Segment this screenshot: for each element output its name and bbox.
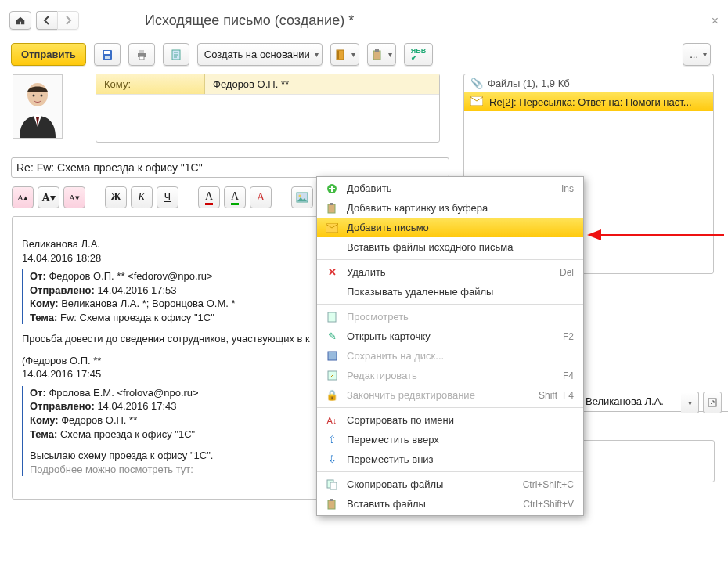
attachments-header: 📎 Файлы (1), 1,9 Кб (464, 74, 713, 92)
font-icon: A▾ (41, 191, 55, 204)
more-label: ... (690, 49, 698, 60)
clipboard-button[interactable]: ▾ (367, 43, 396, 66)
svg-rect-21 (328, 204, 335, 213)
paste2-icon (323, 499, 341, 510)
italic-button[interactable]: К (131, 186, 153, 208)
context-menu-item[interactable]: ✕УдалитьDel (317, 262, 583, 282)
context-menu-item-shortcut: Shift+F4 (539, 390, 574, 401)
create-on-basis-button[interactable]: Создать на основании ▾ (197, 43, 323, 66)
context-menu-item-label: Сохранить на диск... (341, 350, 574, 362)
context-menu-item[interactable]: ✎Открыть карточкуF2 (317, 327, 583, 346)
context-menu-item[interactable]: Скопировать файлыCtrl+Shift+C (317, 475, 583, 494)
svg-rect-10 (375, 49, 379, 52)
svg-rect-28 (330, 482, 337, 489)
avatar-icon (13, 75, 62, 138)
context-menu-item-shortcut: F4 (563, 370, 574, 381)
underline-icon: Ч (164, 191, 171, 204)
save-icon (323, 351, 341, 361)
bold-button[interactable]: Ж (105, 186, 127, 208)
address-book-button[interactable]: ▾ (330, 43, 359, 66)
select-template-button[interactable] (163, 43, 189, 66)
context-menu-item-shortcut: F2 (563, 331, 574, 342)
close-icon[interactable]: × (712, 14, 719, 28)
mail-icon (323, 223, 341, 233)
svg-rect-22 (330, 203, 333, 205)
attachment-name: Re[2]: Пересылка: Ответ на: Помоги наст.… (489, 96, 692, 108)
font-increase-button[interactable]: A▴ (12, 186, 34, 208)
template-icon (170, 49, 182, 61)
context-menu-item-label: Вставить файлы (341, 498, 523, 510)
format-bar: A▴ A▾ A▾ Ж К Ч А А А (12, 186, 341, 208)
home-icon (15, 15, 26, 26)
clear-format-icon: А (257, 191, 265, 204)
insert-image-button[interactable] (291, 186, 313, 208)
context-menu-item[interactable]: Вставить файлы исходного письма (317, 237, 583, 257)
lock-icon: 🔒 (323, 389, 341, 401)
context-menu-item-label: Переместить вверх (341, 434, 574, 446)
context-menu-item-shortcut: Ctrl+Shift+V (523, 499, 574, 510)
context-menu-separator (317, 259, 583, 260)
home-button[interactable] (9, 11, 31, 30)
attachments-context-menu: ДобавитьInsДобавить картинку из буфераДо… (316, 176, 584, 516)
context-menu-item[interactable]: А↓Сортировать по имени (317, 410, 583, 430)
edit-icon (323, 370, 341, 381)
to-value[interactable]: Федоров О.П. ** (205, 74, 439, 94)
floppy-icon (101, 49, 114, 61)
spellcheck-button[interactable]: ЯБВ✔ (404, 43, 433, 66)
to-label[interactable]: Кому: (96, 74, 205, 94)
context-menu-item[interactable]: ⇩Переместить вниз (317, 449, 583, 469)
image-icon (296, 192, 308, 203)
font-smaller-icon: A▾ (69, 193, 80, 203)
paste-icon (323, 203, 341, 214)
nav-forward-button[interactable] (57, 11, 79, 30)
more-button[interactable]: ... ▾ (683, 43, 711, 66)
context-menu-separator (317, 407, 583, 408)
chevron-down-icon: ▾ (688, 399, 692, 407)
from-open-button[interactable] (703, 392, 722, 413)
recipients-box: Кому: Федоров О.П. ** (96, 74, 440, 143)
svg-rect-30 (330, 499, 333, 501)
attachments-header-label: Файлы (1), 1,9 Кб (488, 78, 570, 89)
arrow-right-icon (63, 16, 73, 25)
font-picker-button[interactable]: A▾ (38, 186, 59, 208)
font-color-icon: А (205, 190, 213, 205)
nav-back-button[interactable] (36, 11, 57, 30)
from-dropdown-button[interactable]: ▾ (681, 392, 699, 413)
context-menu-item[interactable]: Добавить письмо (317, 218, 583, 237)
italic-icon: К (138, 191, 145, 204)
svg-point-14 (41, 95, 43, 97)
attachment-row[interactable]: Re[2]: Пересылка: Ответ на: Помоги наст.… (464, 92, 713, 111)
paperclip-icon: 📎 (470, 78, 483, 89)
context-menu-item[interactable]: ДобавитьIns (317, 179, 583, 198)
down-icon: ⇩ (323, 453, 341, 465)
x-icon: ✕ (323, 266, 341, 278)
context-menu-item[interactable]: ⇧Переместить вверх (317, 430, 583, 449)
print-button[interactable] (128, 43, 155, 66)
svg-point-16 (299, 195, 301, 197)
font-bigger-icon: A▴ (17, 193, 28, 203)
context-menu-item[interactable]: Добавить картинку из буфера (317, 198, 583, 218)
context-menu-item-label: Просмотреть (341, 311, 574, 323)
copy-icon (323, 479, 341, 490)
context-menu-item-label: Закончить редактирование (341, 389, 539, 401)
underline-button[interactable]: Ч (157, 186, 178, 208)
save-button[interactable] (94, 43, 121, 66)
subject-input[interactable]: Re: Fw: Схема проезда к офису "1С" (11, 157, 449, 178)
annotation-arrow-icon (587, 227, 728, 243)
svg-rect-1 (104, 51, 110, 54)
context-menu-item-shortcut: Ins (561, 183, 574, 194)
svg-rect-24 (328, 312, 336, 322)
up-icon: ⇧ (323, 434, 341, 446)
clear-format-button[interactable]: А (250, 186, 272, 208)
font-decrease-button[interactable]: A▾ (63, 186, 85, 208)
context-menu-item-label: Вставить файлы исходного письма (341, 241, 574, 253)
open-icon (708, 398, 717, 407)
chevron-down-icon: ▾ (388, 50, 392, 59)
font-color-button[interactable]: А (198, 186, 220, 208)
context-menu-item[interactable]: Показывать удаленные файлы (317, 282, 583, 301)
context-menu-item-label: Добавить картинку из буфера (341, 202, 574, 214)
context-menu-item[interactable]: Вставить файлыCtrl+Shift+V (317, 494, 583, 514)
context-menu-item-shortcut: Ctrl+Shift+C (523, 479, 574, 490)
send-button[interactable]: Отправить (11, 43, 86, 66)
highlight-button[interactable]: А (224, 186, 246, 208)
